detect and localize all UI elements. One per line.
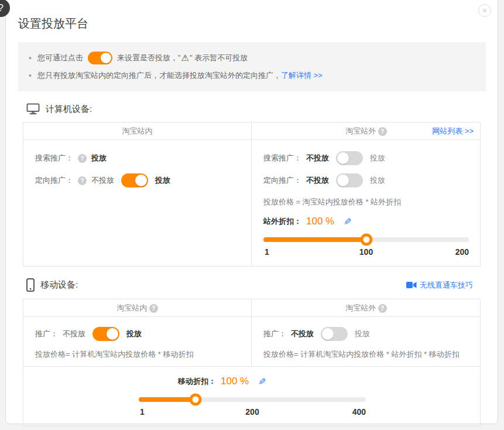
- close-icon[interactable]: ×: [478, 4, 491, 17]
- mobile-offsite-cell: 推广： 不投放 投放 投放价格= 计算机淘宝站内投放价格 * 站外折扣 * 移动…: [252, 317, 481, 367]
- onsite-target-toggle[interactable]: [121, 173, 148, 187]
- notice-text: 来设置是否投放，": [117, 53, 181, 63]
- page-title: 设置投放平台: [18, 16, 486, 32]
- mobile-offsite-formula: 投放价格= 计算机淘宝站内投放价格 * 站外折扣 * 移动折扣: [263, 349, 469, 360]
- notice-text: 您可通过点击: [37, 53, 83, 63]
- bullet-icon: •: [29, 71, 32, 80]
- mobile-section-title: 移动设备:: [40, 279, 78, 291]
- edit-icon[interactable]: ✎: [258, 376, 266, 387]
- toggle-on-label: 投放: [126, 329, 142, 339]
- offsite-search-toggle[interactable]: [336, 151, 363, 165]
- example-toggle[interactable]: [88, 52, 112, 64]
- offsite-target-row: 定向推广： 不投放 投放: [263, 169, 469, 192]
- bullet-icon: •: [29, 53, 32, 63]
- slider-labels: 1 100 200: [263, 247, 469, 258]
- mobile-discount-label: 移动折扣：: [178, 376, 216, 387]
- learn-more-link[interactable]: 了解详情 >>: [281, 70, 323, 81]
- toggle-off-label: 不投放: [291, 329, 314, 339]
- offsite-search-row: 搜索推广： 不投放 投放: [263, 147, 469, 169]
- edit-icon[interactable]: ✎: [344, 216, 351, 227]
- offsite-discount-label: 站外折扣：: [263, 216, 301, 227]
- mobile-discount-line: 移动折扣： 100 % ✎: [178, 374, 481, 389]
- mobile-onsite-cell: 推广： 不投放 投放 投放价格= 计算机淘宝站内投放价格 * 移动折扣: [23, 317, 252, 367]
- toggle-off-label: 不投放: [91, 175, 114, 186]
- offsite-discount-line: 站外折扣： 100 % ✎: [263, 214, 469, 229]
- offsite-price-formula: 投放价格 = 淘宝站内投放价格 * 站外折扣: [263, 196, 469, 208]
- slider-min-label: 1: [265, 247, 269, 257]
- offsite-discount-slider: 1 100 200: [263, 237, 469, 258]
- search-promo-label: 搜索推广：: [263, 153, 301, 163]
- notice-text: " 表示暂不可投放: [190, 53, 248, 63]
- help-icon[interactable]: ?: [378, 304, 387, 313]
- computer-onsite-header: 淘宝站内: [23, 122, 252, 140]
- toggle-on-label: 投放: [155, 175, 170, 186]
- mobile-discount-slider: 1 200 400: [139, 397, 366, 418]
- slider-track[interactable]: [139, 397, 366, 402]
- mobile-onsite-formula: 投放价格= 计算机淘宝站内投放价格 * 移动折扣: [35, 349, 239, 360]
- mobile-offsite-toggle[interactable]: [321, 327, 348, 341]
- help-icon[interactable]: ?: [378, 127, 387, 136]
- slider-handle[interactable]: [190, 394, 202, 406]
- computer-offsite-header-label: 淘宝站外: [345, 127, 376, 135]
- slider-min-label: 1: [140, 407, 145, 417]
- notice-text: 您只有投放淘宝站内的定向推广后，才能选择投放淘宝站外的定向推广，: [37, 70, 281, 81]
- toggle-off-label: 不投放: [63, 329, 85, 339]
- slider-mid-label: 100: [359, 247, 373, 257]
- slider-fill: [263, 237, 366, 242]
- slider-fill: [139, 397, 196, 402]
- mobile-icon: [26, 278, 35, 292]
- help-icon[interactable]: ?: [78, 176, 87, 185]
- notice-box: • 您可通过点击 来设置是否投放，" ⚠ " 表示暂不可投放 • 您只有投放淘宝…: [18, 42, 486, 91]
- promo-label: 推广：: [263, 329, 286, 339]
- mobile-offsite-header-label: 淘宝站外: [345, 303, 376, 312]
- help-icon[interactable]: ?: [78, 154, 87, 163]
- target-promo-label: 定向推广：: [35, 175, 73, 186]
- onsite-target-row: 定向推广： ? 不投放 投放: [35, 169, 239, 192]
- mobile-table: 淘宝站内 ? 淘宝站外 ? 推广： 不投放 投放 投放价格= 计算机淘宝站内投放…: [23, 299, 481, 426]
- mobile-section-header: 移动设备: 无线直通车技巧: [26, 278, 486, 292]
- mobile-onsite-header: 淘宝站内 ?: [23, 299, 252, 317]
- notice-line-2: • 您只有投放淘宝站内的定向推广后，才能选择投放淘宝站外的定向推广， 了解详情 …: [29, 67, 475, 84]
- mobile-onsite-toggle[interactable]: [92, 327, 119, 341]
- slider-labels: 1 200 400: [139, 407, 366, 418]
- wireless-tips-label: 无线直通车技巧: [420, 280, 473, 291]
- promo-label: 推广：: [35, 329, 58, 339]
- slider-track[interactable]: [263, 237, 469, 242]
- target-promo-label: 定向推广：: [263, 175, 301, 186]
- wireless-tips-link[interactable]: 无线直通车技巧: [406, 280, 473, 291]
- onsite-search-row: 搜索推广： ? 投放: [35, 147, 239, 169]
- mobile-offsite-promo-row: 推广： 不投放 投放: [263, 324, 469, 344]
- toggle-on-label: 投放: [355, 329, 370, 339]
- computer-section-header: 计算机设备:: [26, 103, 486, 115]
- toggle-off-label: 不投放: [306, 153, 329, 163]
- offsite-discount-value: 100 %: [306, 216, 334, 227]
- slider-mid-label: 200: [245, 407, 259, 417]
- mobile-discount-value: 100 %: [221, 376, 249, 387]
- mobile-onsite-header-label: 淘宝站内: [116, 303, 147, 312]
- computer-offsite-header: 淘宝站外 ? 网站列表 >>: [252, 122, 481, 140]
- slider-max-label: 400: [352, 407, 366, 417]
- search-promo-label: 搜索推广：: [35, 153, 73, 163]
- computer-section-title: 计算机设备:: [46, 104, 92, 115]
- video-icon: [406, 281, 417, 289]
- search-promo-value: 投放: [91, 153, 107, 163]
- computer-icon: [26, 103, 40, 115]
- site-list-link[interactable]: 网站列表 >>: [432, 122, 474, 139]
- computer-onsite-cell: 搜索推广： ? 投放 定向推广： ? 不投放 投放: [23, 140, 252, 266]
- mobile-onsite-promo-row: 推广： 不投放 投放: [35, 324, 239, 344]
- toggle-off-label: 不投放: [306, 175, 329, 186]
- warning-icon: ⚠: [181, 53, 189, 63]
- slider-handle[interactable]: [360, 234, 372, 246]
- mobile-discount-section: 移动折扣： 100 % ✎ 1 200 400: [23, 367, 481, 426]
- toggle-on-label: 投放: [370, 153, 385, 163]
- computer-table: 淘宝站内 淘宝站外 ? 网站列表 >> 搜索推广： ? 投放 定向推广： ? 不…: [23, 122, 481, 267]
- offsite-target-toggle[interactable]: [336, 173, 363, 187]
- notice-line-1: • 您可通过点击 来设置是否投放，" ⚠ " 表示暂不可投放: [29, 49, 475, 67]
- toggle-on-label: 投放: [370, 175, 385, 186]
- settings-dialog: × 设置投放平台 • 您可通过点击 来设置是否投放，" ⚠ " 表示暂不可投放 …: [5, 0, 498, 424]
- slider-max-label: 200: [455, 247, 469, 257]
- computer-offsite-cell: 搜索推广： 不投放 投放 定向推广： 不投放 投放 投放价格 = 淘宝站内投放价…: [252, 140, 481, 266]
- mobile-offsite-header: 淘宝站外 ?: [252, 299, 481, 317]
- help-icon[interactable]: ?: [149, 304, 158, 313]
